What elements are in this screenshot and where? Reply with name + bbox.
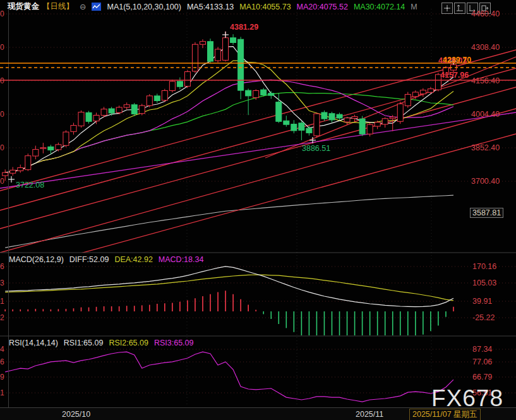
ma10-line [5,61,453,172]
ma100-line [5,195,453,248]
candle-up [93,116,99,121]
macd-left-stub: 1 [0,297,4,306]
rsi-left-stub: 4 [0,345,4,354]
macd-left-stub: 6 [0,262,4,271]
candle-down [231,38,236,43]
candle-up [352,117,357,119]
rsi-line [5,352,453,402]
candle-down [268,93,274,95]
left-axis-stub: 0 [0,76,4,85]
candle-up [33,150,39,156]
candle-up [215,49,221,61]
left-axis-stub: 0 [0,110,4,119]
candle-up [40,148,46,148]
date-axis[interactable]: 2025/10 2025/11 2025/11/07 星期五 [0,407,516,420]
current-date-label: 2025/11/07 星期五 [409,409,481,420]
candle-down [86,112,92,121]
rsi2-value: RSI2:65.09 [109,339,148,347]
price-tick: 4156.40 [471,76,500,85]
candle-down [329,114,335,120]
candle-up [63,132,69,145]
macd-left-stub: 3 [0,279,4,287]
candle-down [291,124,297,130]
candle-down [109,109,114,113]
red-trendline [0,87,516,229]
macd-tick: -25.22 [472,313,495,322]
left-axis-stub: 0 [0,143,4,152]
macd-left-stub: 2 [0,313,4,322]
period-label[interactable]: 【日线】 [42,1,74,12]
date-label-oct: 2025/10 [62,410,90,419]
red-trendline [0,109,516,253]
rsi1-value: RSI1:65.09 [64,339,104,347]
candle-down [306,128,312,133]
macd-tick: 105.03 [472,279,496,287]
candle-up [314,114,320,136]
candle-up [169,81,175,91]
ma30-value: MA30:4072.14 [354,3,405,11]
price-tag-line: 4157.96 [440,71,469,80]
candle-up [139,105,145,114]
rsi-tick: 87.34 [472,345,492,354]
ma10-value: MA10:4055.73 [239,3,291,11]
macd-name[interactable]: MACD(26,12,9) [9,255,64,264]
trading-chart-window: 现货黄金 【日线】 ⊖ MA1(5,10,20,30,100) MA5:4133… [0,0,516,420]
candle-up [184,71,190,86]
candle-down [359,119,365,134]
candle-up [147,96,152,105]
candle-up [390,117,395,118]
candle-down [48,147,54,150]
macd-tick: 39.91 [472,297,492,306]
candle-up [428,89,433,93]
red-trendline [0,134,516,275]
candle-down [321,112,327,119]
ma5-value: MA5:4133.13 [187,3,234,11]
candle-up [412,92,418,97]
annotation-low-mid: 3886.51 [302,144,330,153]
collapse-indicator-icon[interactable]: ⊖ [80,2,86,11]
left-axis-stub: 0 [0,43,4,52]
candle-down [284,121,289,124]
candle-up [56,145,61,150]
price-alert-tag[interactable]: 3587.81 [470,208,503,218]
y-axis-scale-icon[interactable] [454,3,465,14]
candle-up [10,170,16,173]
candle-up [367,124,373,134]
diff-line [5,267,453,307]
price-tick: 3852.40 [471,143,500,152]
macd-diff-value: DIFF:52.09 [69,255,109,264]
candle-up [71,126,76,132]
candle-down [299,123,304,131]
left-axis-stub: 0 [0,177,4,186]
price-tick: 4460.40 [471,9,500,18]
menu-button[interactable]: M [411,3,417,11]
price-tag-orange: 4239.70 [443,56,471,64]
red-trendline [0,50,516,191]
magenta-trendline [0,112,516,188]
crosshair-icon[interactable] [441,3,453,14]
candle-up [382,119,388,124]
candle-down [131,105,137,114]
ma-group-label[interactable]: MA1(5,10,20,30,100) [107,3,181,11]
candle-up [18,168,23,171]
rsi-left-stub: 6 [0,357,4,366]
mini-chart-icon [92,3,101,11]
candle-up [397,104,403,121]
macd-pane [0,267,516,335]
macd-tick: 170.16 [472,262,496,271]
macd-dea-value: DEA:42.92 [114,255,152,264]
price-tick: 3700.40 [471,177,500,186]
candle-down [337,114,342,118]
rsi-name[interactable]: RSI(14,14,14) [9,339,58,347]
red-trendline [265,57,516,158]
rsi3-value: RSI3:65.09 [154,339,194,347]
candle-up [78,112,84,126]
candle-up [253,90,259,97]
candle-up [124,105,129,107]
ma30-line [5,93,453,173]
candle-up [162,90,167,100]
candle-down [246,90,251,96]
annotation-high: 4381.29 [230,23,258,32]
date-label-nov: 2025/11 [356,410,383,419]
candle-up [420,90,426,94]
